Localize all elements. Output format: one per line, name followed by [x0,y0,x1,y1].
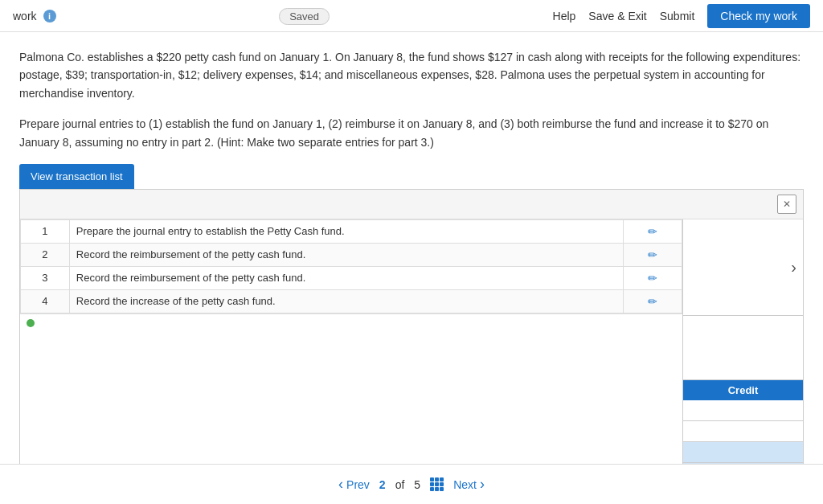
app-title: work [13,10,37,23]
chevron-right-nav-icon [480,476,485,493]
chevron-right-icon[interactable]: › [791,258,796,277]
prev-label: Prev [346,478,370,491]
journal-table: 1 Prepare the journal entry to establish… [20,219,682,313]
view-transaction-button[interactable]: View transaction list [19,164,134,189]
edit-icon[interactable]: ✏ [648,272,657,285]
expand-icon[interactable]: ✕ [777,195,796,214]
row-description: Prepare the journal entry to establish t… [69,219,623,243]
expand-icon-symbol: ✕ [783,199,791,210]
grid-dot [430,487,434,491]
right-panel-top: › [683,219,803,316]
table-row: 1 Prepare the journal entry to establish… [21,219,682,243]
save-exit-link[interactable]: Save & Exit [588,10,646,23]
row-description: Record the reimbursement of the petty ca… [69,266,623,289]
grid-dot [430,477,434,481]
credit-row-2[interactable] [683,421,803,442]
edit-cell[interactable]: ✏ [624,243,682,266]
green-dot-icon [27,319,35,327]
row-number: 2 [21,243,70,266]
right-panel-mid [683,316,803,380]
grid-dot [430,482,434,486]
table-row: 4 Record the increase of the petty cash … [21,289,682,313]
table-header-row: ✕ [20,190,803,219]
edit-cell[interactable]: ✏ [624,219,682,243]
submit-link[interactable]: Submit [660,10,695,23]
total-pages: 5 [414,478,420,491]
left-panel: 1 Prepare the journal entry to establish… [20,219,682,504]
next-label: Next [453,478,477,491]
next-button[interactable]: Next [453,476,485,493]
edit-cell[interactable]: ✏ [624,266,682,289]
help-link[interactable]: Help [553,10,576,23]
grid-dot [440,477,444,481]
prev-button[interactable]: Prev [338,476,370,493]
edit-icon[interactable]: ✏ [648,248,657,261]
main-content: Palmona Co. establishes a $220 petty cas… [0,32,823,504]
edit-icon[interactable]: ✏ [648,295,657,308]
edit-cell[interactable]: ✏ [624,289,682,313]
pagination-bar: Prev 2 of 5 Next [0,464,823,504]
bottom-note [20,313,682,332]
problem-text-1: Palmona Co. establishes a $220 petty cas… [19,48,804,102]
table-row: 3 Record the reimbursement of the petty … [21,266,682,289]
edit-icon[interactable]: ✏ [648,225,657,238]
current-page: 2 [379,478,386,491]
table-row: 2 Record the reimbursement of the petty … [21,243,682,266]
row-number: 3 [21,266,70,289]
row-number: 4 [21,289,70,313]
top-bar: work i Saved Help Save & Exit Submit Che… [0,0,823,32]
journal-table-container: ✕ 1 Prepare the journal entry to establi… [19,189,804,504]
layout-row: 1 Prepare the journal entry to establish… [20,219,803,504]
grid-icon[interactable] [430,477,444,491]
of-label: of [395,478,405,491]
row-description: Record the increase of the petty cash fu… [69,289,623,313]
grid-dot [435,482,439,486]
problem-text-2: Prepare journal entries to (1) establish… [19,115,804,151]
top-bar-right: Help Save & Exit Submit Check my work [553,4,810,28]
row-number: 1 [21,219,70,243]
info-icon[interactable]: i [43,10,56,23]
grid-dot [435,477,439,481]
grid-dot [435,487,439,491]
credit-row-1[interactable] [683,400,803,421]
row-description: Record the reimbursement of the petty ca… [69,243,623,266]
saved-badge: Saved [279,8,330,25]
check-my-work-button[interactable]: Check my work [707,4,810,28]
credit-row-3[interactable] [683,442,803,463]
top-bar-left: work i [13,10,56,23]
right-panel: › Credit [682,219,803,504]
credit-header: Credit [683,380,803,400]
grid-dot [440,487,444,491]
grid-dot [440,482,444,486]
saved-badge-container: Saved [279,10,330,23]
chevron-left-icon [338,476,343,493]
